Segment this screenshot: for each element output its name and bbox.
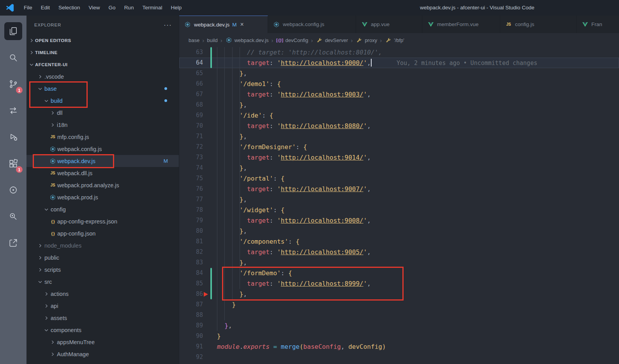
chevron-right-icon[interactable] bbox=[49, 110, 56, 116]
code-area[interactable]: 63 // target: 'http://localhost:8010/',6… bbox=[179, 47, 619, 364]
chevron-right-icon[interactable] bbox=[49, 351, 56, 357]
tab-memberform-vue[interactable]: memberForm.vue bbox=[422, 16, 500, 33]
code-line-81[interactable]: 81 '/components': { bbox=[179, 236, 619, 247]
tree-file-webpack-config-js[interactable]: webpack.config.js bbox=[26, 143, 179, 155]
section-open-editors[interactable]: OPEN EDITORS bbox=[26, 34, 179, 46]
code-line-70[interactable]: 70 target: 'http://localhost:8080/', bbox=[179, 121, 619, 131]
tab-webpack-dev-js[interactable]: webpack.dev.jsM× bbox=[179, 16, 268, 33]
sync-arrows-icon[interactable] bbox=[0, 97, 26, 124]
breadcrumb-proxy[interactable]: proxy bbox=[355, 37, 377, 44]
tree-folder-components[interactable]: components bbox=[26, 324, 179, 336]
code-line-68[interactable]: 68 }, bbox=[179, 100, 619, 110]
tree-file-webpack-prod-js[interactable]: webpack.prod.js bbox=[26, 191, 179, 203]
tree-folder-assets[interactable]: assets bbox=[26, 312, 179, 324]
chevron-right-icon[interactable] bbox=[43, 315, 50, 321]
menu-run[interactable]: Run bbox=[120, 0, 138, 16]
tree-folder-scripts[interactable]: scripts bbox=[26, 264, 179, 276]
tab-webpack-config-js[interactable]: webpack.config.js bbox=[268, 16, 356, 33]
menu-view[interactable]: View bbox=[85, 0, 104, 16]
code-line-76[interactable]: 76 target: 'http://localhost:9007/', bbox=[179, 184, 619, 194]
tree-folder-api[interactable]: api bbox=[26, 300, 179, 312]
menu-help[interactable]: Help bbox=[166, 0, 186, 16]
code-line-69[interactable]: 69 '/ide': { bbox=[179, 110, 619, 121]
code-line-66[interactable]: 66 '/demo1': { bbox=[179, 79, 619, 89]
extensions-icon[interactable]: 1 bbox=[0, 150, 26, 177]
breadcrumb-devconfig[interactable]: [@]devConfig bbox=[276, 37, 309, 44]
tree-item-label: webpack.prod.analyze.js bbox=[57, 182, 119, 188]
chevron-down-icon[interactable] bbox=[43, 327, 50, 333]
chevron-down-icon[interactable] bbox=[37, 279, 44, 285]
tab-config-js[interactable]: JSconfig.js bbox=[500, 16, 577, 33]
tree-folder-public[interactable]: public bbox=[26, 251, 179, 264]
code-line-88[interactable]: 88 bbox=[179, 310, 619, 320]
tree-folder-config[interactable]: config bbox=[26, 203, 179, 215]
search-references-icon[interactable] bbox=[0, 203, 26, 230]
code-line-91[interactable]: 91module.exports = merge(baseConfig, dev… bbox=[179, 341, 619, 352]
code-line-74[interactable]: 74 }, bbox=[179, 163, 619, 173]
editor-group: webpack.dev.jsM×webpack.config.jsapp.vue… bbox=[179, 16, 619, 364]
code-line-79[interactable]: 79 target: 'http://localhost:9008/', bbox=[179, 215, 619, 226]
code-line-72[interactable]: 72 '/formDesigner': { bbox=[179, 142, 619, 152]
code-line-89[interactable]: 89 }, bbox=[179, 320, 619, 331]
code-line-63[interactable]: 63 // target: 'http://localhost:8010/', bbox=[179, 47, 619, 58]
breadcrumb-build[interactable]: build bbox=[207, 37, 217, 43]
run-debug-icon[interactable] bbox=[0, 124, 26, 150]
breadcrumb-bfp[interactable]: '/bfp' bbox=[384, 37, 404, 44]
tree-file-app-config-json[interactable]: { }app-config.json bbox=[26, 227, 179, 239]
code-line-78[interactable]: 78 '/widget': { bbox=[179, 205, 619, 215]
code-line-71[interactable]: 71 }, bbox=[179, 131, 619, 142]
tree-file-webpack-dll-js[interactable]: JSwebpack.dll.js bbox=[26, 167, 179, 179]
source-control-icon[interactable]: 1 bbox=[0, 71, 26, 97]
tree-folder-dll[interactable]: dll bbox=[26, 107, 179, 119]
tab-fran[interactable]: Fran bbox=[577, 16, 619, 33]
chevron-right-icon[interactable] bbox=[37, 255, 44, 261]
code-line-87[interactable]: 87 } bbox=[179, 299, 619, 310]
code-line-65[interactable]: 65 }, bbox=[179, 68, 619, 79]
breadcrumb-devserver[interactable]: devServer bbox=[316, 37, 348, 44]
code-line-75[interactable]: 75 '/portal': { bbox=[179, 173, 619, 184]
tree-folder-authmanage[interactable]: AuthManage bbox=[26, 348, 179, 360]
section-timeline[interactable]: TIMELINE bbox=[26, 46, 179, 58]
tab-app-vue[interactable]: app.vue bbox=[356, 16, 422, 33]
menu-go[interactable]: Go bbox=[104, 0, 120, 16]
code-line-80[interactable]: 80 }, bbox=[179, 226, 619, 236]
breadcrumb-webpack-dev-js[interactable]: webpack.dev.js bbox=[225, 37, 269, 44]
tree-folder-src[interactable]: src bbox=[26, 276, 179, 288]
section-afcenter-ui[interactable]: AFCENTER-UI bbox=[26, 58, 179, 70]
close-icon[interactable]: × bbox=[240, 21, 244, 28]
menu-edit[interactable]: Edit bbox=[37, 0, 54, 16]
chevron-right-icon[interactable] bbox=[37, 74, 44, 80]
code-line-90[interactable]: 90} bbox=[179, 331, 619, 341]
code-line-92[interactable]: 92 bbox=[179, 352, 619, 362]
code-line-73[interactable]: 73 target: 'http://localhost:9014/', bbox=[179, 152, 619, 163]
breadcrumb-base[interactable]: base bbox=[189, 37, 199, 43]
test-circle-icon[interactable] bbox=[0, 177, 26, 203]
tree-folder-node-modules[interactable]: node_modules bbox=[26, 239, 179, 251]
chevron-right-icon[interactable] bbox=[43, 303, 50, 309]
live-share-icon[interactable] bbox=[0, 230, 26, 256]
tree-file-mfp-config-js[interactable]: JSmfp.config.js bbox=[26, 131, 179, 143]
chevron-right-icon[interactable] bbox=[37, 267, 44, 273]
tree-folder-vscode[interactable]: .vscode bbox=[26, 70, 179, 83]
code-line-67[interactable]: 67 target: 'http://localhost:9003/', bbox=[179, 89, 619, 100]
chevron-right-icon[interactable] bbox=[37, 243, 44, 249]
tree-folder-i18n[interactable]: i18n bbox=[26, 119, 179, 131]
chevron-down-icon[interactable] bbox=[43, 206, 50, 213]
code-line-77[interactable]: 77 }, bbox=[179, 194, 619, 205]
more-actions-icon[interactable]: ··· bbox=[164, 21, 172, 29]
chevron-right-icon[interactable] bbox=[49, 339, 56, 345]
search-icon[interactable] bbox=[0, 44, 26, 71]
menu-terminal[interactable]: Terminal bbox=[138, 0, 166, 16]
tree-file-app-config-express-json[interactable]: { }app-config-express.json bbox=[26, 215, 179, 227]
menu-file[interactable]: File bbox=[19, 0, 37, 16]
code-line-83[interactable]: 83 }, bbox=[179, 257, 619, 268]
tree-folder-appsmenutree[interactable]: appsMenuTree bbox=[26, 336, 179, 348]
chevron-right-icon[interactable] bbox=[49, 122, 56, 128]
code-line-64[interactable]: 64 target: 'http://localhost:9000/',You,… bbox=[179, 58, 619, 68]
tree-folder-actions[interactable]: actions bbox=[26, 288, 179, 300]
chevron-right-icon[interactable] bbox=[43, 291, 50, 297]
explorer-icon[interactable] bbox=[0, 18, 26, 44]
code-line-82[interactable]: 82 target: 'http://localhost:9005/', bbox=[179, 247, 619, 257]
tree-file-webpack-prod-analyze-js[interactable]: JSwebpack.prod.analyze.js bbox=[26, 179, 179, 191]
menu-selection[interactable]: Selection bbox=[54, 0, 85, 16]
